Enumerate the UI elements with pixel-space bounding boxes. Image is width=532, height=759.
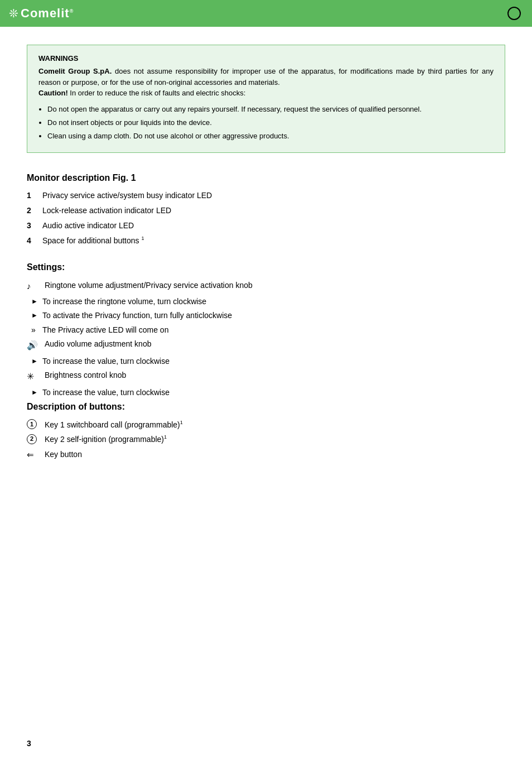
brightness-sub1-text: To increase the value, turn clockwise	[42, 386, 170, 398]
key2-item: 2 Key 2 self-ignition (programmable)1	[27, 433, 505, 445]
key1-item: 1 Key 1 switchboard call (programmable)1	[27, 419, 505, 431]
warnings-box: WARNINGS Comelit Group S.pA. does not as…	[27, 45, 505, 153]
ringtone-sub2: ► To activate the Privacy function, turn…	[27, 309, 505, 321]
key1-icon: 1	[27, 419, 45, 430]
monitor-item-4: 4 Space for additional buttons 1	[27, 235, 505, 247]
logo-text: Comelit®	[21, 6, 74, 21]
logo-area: ❊ Comelit®	[9, 6, 74, 21]
audio-sub1: ► To increase the value, turn clockwise	[27, 355, 505, 367]
audio-text: Audio volume adjustment knob	[45, 338, 151, 350]
ringtone-icon: ♪	[27, 280, 45, 293]
item-number: 1	[27, 190, 42, 201]
key2-text: Key 2 self-ignition (programmable)1	[45, 433, 167, 445]
brightness-label: ✳ Brightness control knob	[27, 369, 505, 384]
monitor-item-1: 1 Privacy service active/system busy ind…	[27, 190, 505, 201]
ringtone-sub1: ► To increase the ringtone volume, turn …	[27, 295, 505, 308]
audio-sub1-text: To increase the value, turn clockwise	[42, 355, 170, 367]
circle-icon	[507, 7, 521, 20]
main-content: WARNINGS Comelit Group S.pA. does not as…	[0, 27, 532, 504]
caution-bold: Caution!	[38, 89, 68, 97]
audio-icon: 🔊	[27, 338, 45, 353]
monitor-item-3: 3 Audio active indicator LED	[27, 220, 505, 232]
warnings-title: WARNINGS	[38, 54, 494, 63]
company-name-bold: Comelit Group S.pA.	[38, 67, 112, 75]
item-text: Space for additional buttons 1	[42, 235, 144, 247]
arrow-icon: ►	[31, 387, 42, 398]
ringtone-label: ♪ Ringtone volume adjustment/Privacy ser…	[27, 279, 505, 293]
double-arrow-icon: »	[31, 324, 42, 336]
key-button-text: Key button	[45, 448, 82, 460]
item-text: Lock-release activation indicator LED	[42, 205, 171, 217]
arrow-icon: ►	[31, 356, 42, 367]
key1-text: Key 1 switchboard call (programmable)1	[45, 419, 183, 431]
caution-text: In order to reduce the risk of faults an…	[68, 89, 246, 97]
circled-2: 2	[27, 434, 37, 444]
brightness-icon: ✳	[27, 369, 45, 384]
settings-heading: Settings:	[27, 262, 505, 272]
audio-label: 🔊 Audio volume adjustment knob	[27, 338, 505, 353]
page-number: 3	[27, 739, 31, 748]
key-button-icon: ⇐	[27, 448, 45, 462]
list-item: Do not open the apparatus or carry out a…	[47, 103, 494, 116]
arrow-icon: ►	[31, 310, 42, 321]
logo-icon: ❊	[9, 7, 18, 20]
item-text: Audio active indicator LED	[42, 220, 134, 232]
item-number: 4	[27, 235, 42, 247]
key-button-item: ⇐ Key button	[27, 448, 505, 462]
brightness-sub1: ► To increase the value, turn clockwise	[27, 386, 505, 398]
warnings-text: Comelit Group S.pA. does not assume resp…	[38, 66, 494, 142]
item-text: Privacy service active/system busy indic…	[42, 190, 212, 201]
item-number: 3	[27, 220, 42, 232]
item-number: 2	[27, 205, 42, 217]
ringtone-note: » The Privacy active LED will come on	[27, 324, 505, 336]
ringtone-text: Ringtone volume adjustment/Privacy servi…	[45, 279, 253, 291]
warnings-list: Do not open the apparatus or carry out a…	[47, 103, 494, 142]
monitor-section: Monitor description Fig. 1 1 Privacy ser…	[27, 173, 505, 247]
ringtone-note-text: The Privacy active LED will come on	[42, 324, 168, 336]
monitor-item-2: 2 Lock-release activation indicator LED	[27, 205, 505, 217]
circled-1: 1	[27, 419, 37, 429]
ringtone-sub1-text: To increase the ringtone volume, turn cl…	[42, 295, 206, 308]
list-item: Clean using a damp cloth. Do not use alc…	[47, 130, 494, 142]
key2-icon: 2	[27, 433, 45, 445]
header-bar: ❊ Comelit®	[0, 0, 532, 27]
arrow-icon: ►	[31, 296, 42, 307]
settings-section: Settings: ♪ Ringtone volume adjustment/P…	[27, 262, 505, 462]
monitor-heading: Monitor description Fig. 1	[27, 173, 505, 183]
brightness-text: Brightness control knob	[45, 369, 126, 381]
ringtone-sub2-text: To activate the Privacy function, turn f…	[42, 309, 232, 321]
list-item: Do not insert objects or pour liquids in…	[47, 117, 494, 129]
buttons-heading: Description of buttons:	[27, 402, 505, 412]
